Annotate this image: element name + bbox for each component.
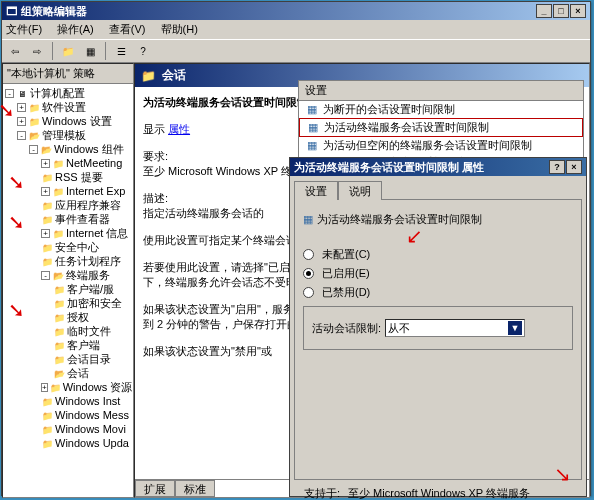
up-button[interactable]: 📁 (59, 42, 77, 60)
tab-explain[interactable]: 说明 (338, 181, 382, 200)
tab-standard[interactable]: 标准 (175, 480, 215, 497)
tree-session[interactable]: 📂会话 (5, 366, 131, 380)
tree-event-viewer[interactable]: 📁事件查看器 (5, 212, 131, 226)
settings-list-header: 设置 (299, 81, 583, 101)
content-title: 会话 (162, 67, 186, 84)
tree-client-server[interactable]: 📁客户端/服 (5, 282, 131, 296)
dialog-tabs: 设置 说明 (294, 180, 582, 200)
tree-update[interactable]: 📁Windows Upda (5, 436, 131, 450)
tree-header: "本地计算机" 策略 (3, 64, 133, 84)
radio-notconfigured[interactable]: 未配置(C) (303, 247, 573, 262)
dialog-close-button[interactable]: × (566, 160, 582, 174)
menu-help[interactable]: 帮助(H) (161, 23, 198, 35)
app-icon: 🗔 (6, 5, 17, 17)
folder-icon: 📁 (141, 69, 156, 83)
tree-panel: "本地计算机" 策略 -🖥计算机配置 +📁软件设置 +📁Windows 设置 -… (2, 63, 134, 498)
tree-terminal-services[interactable]: -📂终端服务 (5, 268, 131, 282)
tab-setting[interactable]: 设置 (294, 181, 338, 200)
tree: -🖥计算机配置 +📁软件设置 +📁Windows 设置 -📂管理模板 -📂Win… (3, 84, 133, 452)
display-label: 显示 (143, 123, 165, 135)
dialog-help-button[interactable]: ? (549, 160, 565, 174)
show-hide-button[interactable]: ▦ (81, 42, 99, 60)
list-item[interactable]: ▦为活动但空闲的终端服务会话设置时间限制 (299, 137, 583, 154)
toolbar: ⇦ ⇨ 📁 ▦ ☰ ? (2, 39, 590, 63)
tree-temp-folders[interactable]: 📁临时文件 (5, 324, 131, 338)
dialog-content: ▦ 为活动终端服务会话设置时间限制 未配置(C) 已启用(E) 已禁用(D) 活… (294, 200, 582, 480)
tree-session-dir[interactable]: 📁会话目录 (5, 352, 131, 366)
dialog-title: 为活动终端服务会话设置时间限制 属性 (294, 160, 549, 175)
tree-installer[interactable]: 📁Windows Inst (5, 394, 131, 408)
minimize-button[interactable]: _ (536, 4, 552, 18)
policy-large-icon: ▦ (303, 213, 313, 226)
policy-icon: ▦ (305, 103, 319, 116)
tree-explorer[interactable]: +📁Windows 资源 (5, 380, 131, 394)
window-title: 组策略编辑器 (21, 4, 536, 19)
options-groupbox: 活动会话限制: 从不 ▼ (303, 306, 573, 350)
select-value: 从不 (388, 321, 410, 336)
menu-action[interactable]: 操作(A) (57, 23, 94, 35)
policy-icon: ▦ (305, 139, 319, 152)
session-limit-select[interactable]: 从不 ▼ (385, 319, 525, 337)
properties-dialog: 为活动终端服务会话设置时间限制 属性 ? × 设置 说明 ▦ 为活动终端服务会话… (289, 157, 587, 497)
main-titlebar[interactable]: 🗔 组策略编辑器 _ □ × (2, 2, 590, 20)
tree-windows-settings[interactable]: +📁Windows 设置 (5, 114, 131, 128)
tree-computer-config[interactable]: -🖥计算机配置 (5, 86, 131, 100)
dialog-titlebar[interactable]: 为活动终端服务会话设置时间限制 属性 ? × (290, 158, 586, 176)
back-button[interactable]: ⇦ (6, 42, 24, 60)
policy-icon: ▦ (306, 121, 320, 134)
select-label: 活动会话限制: (312, 321, 381, 336)
close-button[interactable]: × (570, 4, 586, 18)
radio-enabled[interactable]: 已启用(E) (303, 266, 573, 281)
tab-expand[interactable]: 扩展 (135, 480, 175, 497)
tree-client[interactable]: 📁客户端 (5, 338, 131, 352)
tree-rss[interactable]: 📁RSS 提要 (5, 170, 131, 184)
list-item-selected[interactable]: ▦为活动终端服务会话设置时间限制 (299, 118, 583, 137)
tree-task-scheduler[interactable]: 📁任务计划程序 (5, 254, 131, 268)
policy-name: 为活动终端服务会话设置时间限制 (317, 212, 482, 227)
tree-admin-templates[interactable]: -📂管理模板 (5, 128, 131, 142)
help-button[interactable]: ? (134, 42, 152, 60)
dropdown-arrow-icon: ▼ (508, 321, 522, 335)
menu-file[interactable]: 文件(F) (6, 23, 42, 35)
radio-disabled[interactable]: 已禁用(D) (303, 285, 573, 300)
forward-button[interactable]: ⇨ (28, 42, 46, 60)
tree-ie[interactable]: +📁Internet Exp (5, 184, 131, 198)
tree-messenger[interactable]: 📁Windows Mess (5, 408, 131, 422)
tree-app-compat[interactable]: 📁应用程序兼容 (5, 198, 131, 212)
menu-view[interactable]: 查看(V) (109, 23, 146, 35)
menubar: 文件(F) 操作(A) 查看(V) 帮助(H) (2, 20, 590, 39)
tree-movie[interactable]: 📁Windows Movi (5, 422, 131, 436)
tree-licensing[interactable]: 📁授权 (5, 310, 131, 324)
properties-link[interactable]: 属性 (168, 123, 190, 135)
properties-button[interactable]: ☰ (112, 42, 130, 60)
tree-encryption[interactable]: 📁加密和安全 (5, 296, 131, 310)
tree-software[interactable]: +📁软件设置 (5, 100, 131, 114)
list-item[interactable]: ▦为断开的会话设置时间限制 (299, 101, 583, 118)
tree-windows-components[interactable]: -📂Windows 组件 (5, 142, 131, 156)
support-label: 支持于: (304, 486, 340, 500)
tree-security-center[interactable]: 📁安全中心 (5, 240, 131, 254)
support-text: 至少 Microsoft Windows XP 终端服务 (348, 486, 530, 500)
maximize-button[interactable]: □ (553, 4, 569, 18)
tree-netmeeting[interactable]: +📁NetMeeting (5, 156, 131, 170)
tree-internet-info[interactable]: +📁Internet 信息 (5, 226, 131, 240)
